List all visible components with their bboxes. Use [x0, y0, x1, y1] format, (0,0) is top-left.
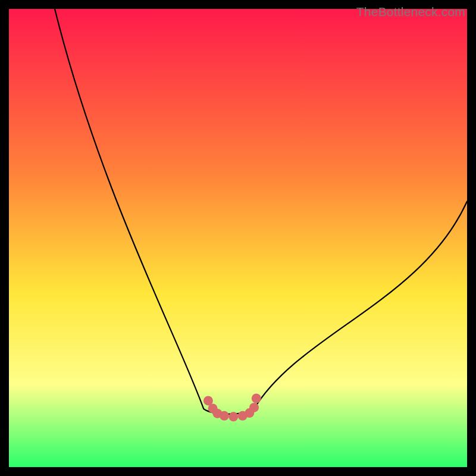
gradient-background	[9, 9, 467, 467]
valley-marker	[252, 394, 261, 403]
valley-marker	[220, 411, 229, 421]
chart-frame	[9, 9, 467, 467]
bottleneck-chart	[9, 9, 467, 467]
watermark-text: TheBottleneck.com	[356, 5, 465, 19]
valley-marker	[249, 403, 259, 412]
valley-marker	[228, 412, 238, 421]
